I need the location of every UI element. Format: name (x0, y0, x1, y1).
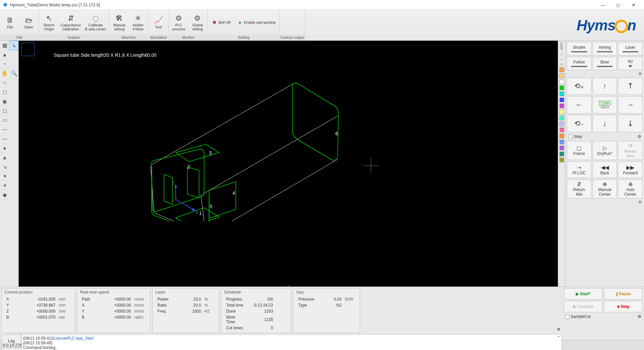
tool-button[interactable]: ↘ (0, 162, 9, 172)
close-button[interactable]: ✕ (626, 0, 641, 10)
control-cell[interactable]: ↓ (593, 115, 617, 132)
tool-button[interactable] (9, 144, 19, 153)
holder-follow-button[interactable]: ✳Holder Follow (129, 10, 147, 34)
layer-visibility-icon[interactable]: ✕ (560, 62, 563, 67)
layer-chip[interactable] (559, 140, 564, 144)
op-button[interactable]: ⊕Manual Center (593, 179, 617, 198)
tool-button[interactable]: ◻ (0, 88, 9, 97)
plc-button[interactable]: ⚙PLC process (169, 10, 188, 34)
tool-button[interactable] (9, 172, 19, 181)
layer-chip[interactable] (559, 134, 564, 138)
op-button[interactable]: ⇢Pt LOC (567, 161, 592, 178)
continue-button[interactable]: ▶ Continue (564, 301, 603, 312)
layer-chip[interactable] (559, 128, 564, 132)
stop-button[interactable]: ■ Stop (604, 301, 643, 312)
return-origin-button[interactable]: ↖Return Origin (40, 10, 58, 34)
layer-chip[interactable] (559, 67, 564, 72)
layer-chip[interactable] (559, 146, 564, 150)
layer-chip[interactable] (559, 158, 564, 162)
tool-button[interactable] (9, 116, 19, 125)
cap-cal-button[interactable]: ⇵Capacitance calibration (58, 10, 83, 34)
tool-button[interactable]: — (0, 125, 9, 134)
tool-button[interactable] (9, 153, 19, 162)
control-cell[interactable]: Aiming (593, 42, 617, 55)
tool-button[interactable] (9, 181, 19, 190)
control-cell[interactable]: Laser (618, 42, 643, 55)
tool-button[interactable]: ▲ (0, 153, 9, 162)
log-scroll-up-icon[interactable]: ⌃ (557, 335, 560, 340)
step-checkbox[interactable]: Step⚙ (567, 134, 643, 140)
control-cell[interactable]: Blow (593, 57, 617, 70)
layer-chip[interactable] (559, 92, 564, 96)
log-text[interactable]: ⌃(09/13 15:59:41)ExecutePLC:App_Start(09… (21, 334, 562, 350)
tool-button[interactable]: ◻ (0, 106, 9, 116)
gear-icon[interactable]: ⚙ (638, 314, 641, 319)
tool-button[interactable]: ▦ (0, 41, 9, 50)
control-cell[interactable]: Follow (567, 57, 592, 70)
sample-cut-checkbox[interactable]: SampleCut⚙ (564, 314, 643, 320)
tool-button[interactable]: ▭ (0, 116, 9, 125)
calibrate-b-button[interactable]: ◌Calibrate B-axis center (83, 10, 108, 34)
tool-button[interactable] (9, 97, 19, 106)
tool-button[interactable] (9, 59, 19, 69)
gear-icon[interactable]: ⚙ (638, 134, 641, 139)
part-pick-button[interactable]: ●Enable part-picking (234, 10, 279, 34)
tool-button[interactable] (9, 88, 19, 97)
tool-button[interactable]: ▲ (0, 50, 9, 59)
tool-button[interactable]: — (0, 134, 9, 144)
layer-chip[interactable] (559, 73, 564, 78)
gear-icon[interactable]: ⚙ (638, 200, 642, 204)
control-cell[interactable]: → (618, 96, 643, 114)
tool-button[interactable] (9, 134, 19, 144)
tool-button[interactable] (9, 162, 19, 172)
tool-button[interactable] (9, 50, 19, 59)
file-button[interactable]: 🗎File (1, 10, 19, 34)
control-cell[interactable]: ⟲₊ (567, 77, 592, 95)
tool-button[interactable]: ✴ (0, 181, 9, 190)
gear-icon[interactable]: ⚙ (557, 327, 560, 332)
layer-chip[interactable] (559, 104, 564, 108)
layer-chip[interactable] (559, 98, 564, 102)
layer-chip[interactable] (559, 110, 564, 114)
minimize-button[interactable]: — (595, 0, 611, 10)
pause-button[interactable]: ‖ Pause (604, 288, 643, 300)
tool-button[interactable]: ↳ (9, 41, 19, 50)
op-button[interactable]: ◀◀Back (593, 161, 617, 178)
op-button[interactable]: ▷DryRun* (593, 141, 617, 160)
layer-chip[interactable] (559, 79, 564, 84)
control-cell[interactable]: ⤓ (618, 115, 643, 132)
control-cell[interactable]: ↑ (593, 77, 617, 95)
op-button[interactable]: ⊕Auto Center (618, 179, 643, 198)
op-button[interactable]: ▶▶Forward (618, 161, 643, 178)
layer-chip[interactable] (559, 122, 564, 126)
tool-button[interactable]: ◉ (0, 97, 9, 106)
tool-button[interactable] (9, 190, 19, 200)
control-cell[interactable]: N2 (618, 57, 643, 70)
open-button[interactable]: 🗁Open (19, 10, 38, 34)
global-button[interactable]: ⚙Global setting (188, 10, 207, 34)
tool-button[interactable] (9, 78, 19, 88)
tool-button[interactable] (9, 125, 19, 134)
layer-chip[interactable] (559, 152, 564, 156)
control-cell[interactable]: Shutter (567, 42, 592, 55)
canvas-handle[interactable] (286, 285, 291, 287)
drawing-canvas[interactable]: Square tube Side length20 X R1.8 X Lengt… (19, 41, 558, 287)
tool-button[interactable]: ~ (0, 59, 9, 69)
tool-button[interactable]: ◆ (0, 190, 9, 200)
layer-visibility-icon[interactable]: ✓ (560, 57, 563, 62)
layer-chip[interactable] (559, 85, 564, 90)
tool-button[interactable]: ○ (0, 78, 9, 88)
op-button[interactable]: ⇵Return Mid (567, 179, 592, 198)
manual-debug-button[interactable]: 🛠Manual debug (110, 10, 129, 34)
start-button[interactable]: ▶ Start* (564, 288, 603, 300)
log-tab[interactable]: Alarm (1, 348, 21, 350)
layer-visibility-icon[interactable]: ✓ (560, 52, 563, 57)
control-cell[interactable]: ⟲₋ (567, 115, 592, 132)
tool-button[interactable]: 🔍 (9, 69, 19, 78)
tool-button[interactable]: 📈Tool (149, 10, 168, 34)
control-cell[interactable]: ← (567, 96, 592, 114)
bell-off-button[interactable]: ✖Bell Off (208, 10, 234, 34)
op-button[interactable]: ↺Return Zero (618, 141, 643, 160)
tool-button[interactable]: ● (0, 144, 9, 153)
maximize-button[interactable]: ◻ (611, 0, 626, 10)
